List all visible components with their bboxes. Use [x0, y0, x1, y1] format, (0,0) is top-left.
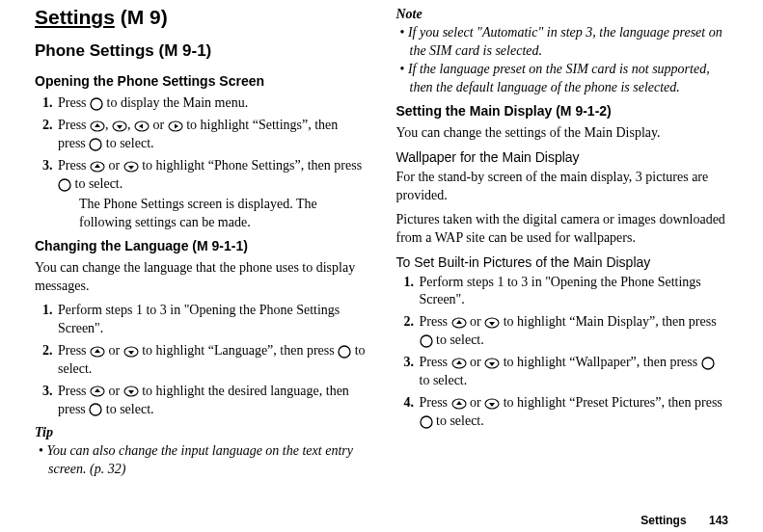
language-steps: Perform steps 1 to 3 in "Opening the Pho…	[35, 302, 368, 418]
note-heading: Note	[396, 6, 729, 24]
heading-menu-code: (M 9-1-1)	[192, 238, 248, 253]
heading-menu-code: (M 9-1-2)	[556, 103, 612, 119]
center-key-icon	[90, 97, 103, 111]
center-key-icon	[338, 345, 351, 359]
section-text: Phone Settings	[35, 41, 154, 60]
center-key-icon	[89, 138, 102, 151]
step-2: Press , , or to highlight “Settings”, th…	[56, 117, 368, 153]
up-key-icon	[90, 346, 105, 358]
footer-page-number: 143	[709, 514, 728, 527]
heading-opening: Opening the Phone Settings Screen	[35, 72, 368, 91]
up-key-icon	[451, 358, 467, 369]
up-key-icon	[90, 161, 105, 173]
step-text: Press or to highlight “Main Display”, th…	[420, 314, 717, 347]
down-key-icon	[123, 386, 139, 397]
section-phone-settings: Phone Settings (M 9-1)	[35, 40, 368, 63]
title-menu-code: (M 9)	[121, 6, 168, 28]
step-4: Press or to highlight “Preset Pictures”,…	[418, 394, 729, 431]
center-key-icon	[58, 178, 71, 192]
down-key-icon	[123, 161, 139, 173]
note-item: If you select "Automatic" in step 3, the…	[396, 24, 729, 61]
down-key-icon	[484, 398, 500, 410]
center-key-icon	[420, 334, 433, 348]
wallpaper-p1: For the stand-by screen of the main disp…	[396, 169, 729, 205]
up-key-icon	[451, 398, 467, 410]
down-key-icon	[484, 317, 500, 329]
center-key-icon	[420, 415, 433, 429]
left-key-icon	[134, 120, 150, 132]
up-key-icon	[451, 317, 467, 329]
step-text: Press or to highlight “Phone Settings”, …	[58, 158, 362, 191]
step-text: Press or to highlight “Wallpaper”, then …	[420, 355, 715, 387]
step-2: Press or to highlight “Language”, then p…	[56, 342, 368, 379]
builtin-steps: Perform steps 1 to 3 in "Opening the Pho…	[396, 274, 729, 431]
right-column: Note If you select "Automatic" in step 3…	[396, 4, 729, 485]
right-key-icon	[168, 120, 183, 132]
page-footer: Settings 143	[640, 513, 728, 528]
main-display-intro: You can change the settings of the Main …	[396, 124, 729, 143]
section-menu-code: (M 9-1)	[158, 41, 211, 60]
step-3: Press or to highlight “Phone Settings”, …	[56, 157, 368, 232]
tip-list: You can also change the input language o…	[35, 442, 368, 479]
step-text: Press to display the Main menu.	[58, 95, 248, 110]
center-key-icon	[89, 403, 102, 416]
tip-heading: Tip	[35, 424, 368, 442]
page-title: Settings (M 9)	[35, 4, 368, 31]
tip-item: You can also change the input language o…	[35, 442, 368, 479]
step-text: Press , , or to highlight “Settings”, th…	[58, 118, 338, 150]
note-list: If you select "Automatic" in step 3, the…	[396, 24, 729, 97]
step-text: Perform steps 1 to 3 in "Opening the Pho…	[58, 303, 340, 335]
step-note: The Phone Settings screen is displayed. …	[79, 196, 368, 232]
step-text: Press or to highlight “Preset Pictures”,…	[420, 395, 722, 428]
step-text: Press or to highlight “Language”, then p…	[58, 343, 366, 376]
step-1: Press to display the Main menu.	[56, 94, 368, 113]
step-1: Perform steps 1 to 3 in "Opening the Pho…	[56, 302, 368, 338]
note-item: If the language preset on the SIM card i…	[396, 61, 729, 97]
heading-wallpaper: Wallpaper for the Main Display	[396, 148, 729, 167]
step-text: Press or to highlight the desired langua…	[58, 384, 349, 416]
heading-builtin: To Set Built-in Pictures of the Main Dis…	[396, 253, 729, 272]
up-key-icon	[90, 386, 105, 397]
center-key-icon	[701, 357, 715, 370]
down-key-icon	[112, 120, 127, 132]
step-text: Perform steps 1 to 3 in "Opening the Pho…	[420, 275, 701, 307]
heading-text: Changing the Language	[35, 238, 188, 253]
language-intro: You can change the language that the pho…	[35, 259, 368, 296]
step-1: Perform steps 1 to 3 in "Opening the Pho…	[418, 274, 729, 310]
heading-text: Setting the Main Display	[396, 103, 553, 119]
down-key-icon	[123, 346, 139, 358]
heading-main-display: Setting the Main Display (M 9-1-2)	[396, 102, 729, 120]
step-3: Press or to highlight the desired langua…	[56, 383, 368, 419]
step-2: Press or to highlight “Main Display”, th…	[418, 313, 729, 350]
opening-steps: Press to display the Main menu. Press , …	[35, 94, 368, 231]
manual-page: Settings (M 9) Phone Settings (M 9-1) Op…	[0, 0, 763, 485]
wallpaper-p2: Pictures taken with the digital camera o…	[396, 211, 729, 248]
heading-language: Changing the Language (M 9-1-1)	[35, 237, 368, 255]
left-column: Settings (M 9) Phone Settings (M 9-1) Op…	[35, 4, 368, 485]
title-text: Settings	[35, 6, 115, 28]
step-3: Press or to highlight “Wallpaper”, then …	[418, 354, 729, 390]
footer-section: Settings	[640, 514, 686, 527]
up-key-icon	[90, 120, 105, 132]
down-key-icon	[484, 358, 500, 369]
